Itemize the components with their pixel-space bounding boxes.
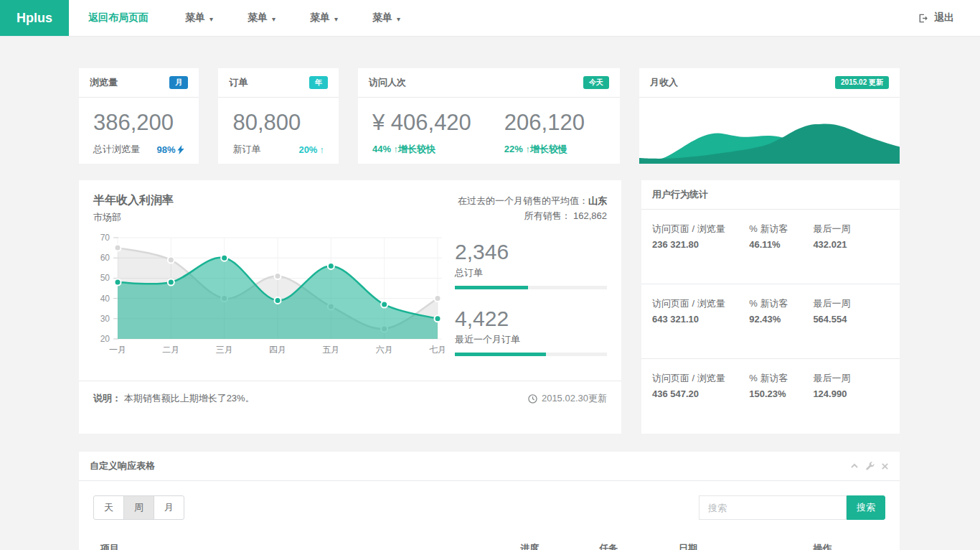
nav-links: 返回布局页面 菜单 ▾ 菜单 ▾ 菜单 ▾ 菜单 ▾ bbox=[69, 0, 418, 36]
search-button[interactable]: 搜索 bbox=[847, 495, 885, 520]
range-button-month[interactable]: 月 bbox=[154, 495, 184, 520]
collapse-icon[interactable] bbox=[850, 462, 859, 470]
last-week-value: 124.990 bbox=[813, 387, 889, 401]
last-week-label: 最后一周 bbox=[813, 222, 889, 236]
user-stats-row: 访问页面 / 浏览量436 547.20 % 新访客150.23% 最后一周12… bbox=[641, 359, 900, 434]
card-title: 浏览量 bbox=[90, 76, 118, 89]
total-orders-value: 2,346 bbox=[455, 240, 607, 264]
stat-percent: 98% bbox=[156, 144, 175, 155]
new-visitor-label: % 新访客 bbox=[749, 297, 813, 310]
menu-label: 菜单 bbox=[372, 11, 392, 24]
svg-text:20: 20 bbox=[100, 334, 110, 344]
column-header-date: 日期 bbox=[672, 536, 806, 550]
note-label: 说明： bbox=[93, 393, 121, 404]
new-visitor-label: % 新访客 bbox=[749, 222, 813, 236]
sales-line-chart: 203040506070一月二月三月四月五月六月七月 bbox=[93, 233, 446, 373]
search-input[interactable] bbox=[699, 495, 847, 520]
sign-out-icon bbox=[918, 13, 928, 24]
pv-label: 访问页面 / 浏览量 bbox=[652, 371, 742, 385]
range-button-day[interactable]: 天 bbox=[93, 495, 124, 520]
stat-value: ¥ 406,420 bbox=[372, 110, 471, 136]
column-header-task: 任务 bbox=[593, 536, 672, 550]
sales-subtitle: 市场部 bbox=[93, 211, 174, 224]
card-title: 访问人次 bbox=[369, 76, 406, 89]
new-visitor-value: 46.11% bbox=[749, 238, 813, 251]
page-content: 浏览量 月 386,200 总计浏览量 98% 订单 bbox=[0, 37, 980, 550]
last-week-label: 最后一周 bbox=[813, 371, 889, 385]
card-orders: 订单 年 80,800 新订单 20% ↑ bbox=[218, 68, 338, 164]
svg-text:七月: 七月 bbox=[429, 345, 446, 355]
column-header-project: 项目 bbox=[93, 536, 513, 550]
card-title: 订单 bbox=[229, 76, 248, 89]
all-sales-value: 162,862 bbox=[573, 210, 607, 221]
wrench-icon[interactable] bbox=[865, 462, 875, 471]
avg-sales-value: 山东 bbox=[588, 195, 607, 206]
svg-text:30: 30 bbox=[100, 314, 110, 324]
card-title: 用户行为统计 bbox=[652, 188, 708, 201]
income-area-chart bbox=[639, 98, 900, 164]
svg-text:70: 70 bbox=[100, 233, 110, 243]
pv-value: 236 321.80 bbox=[652, 238, 742, 251]
logout-button[interactable]: 退出 bbox=[918, 0, 980, 36]
total-orders-progress bbox=[455, 286, 607, 289]
svg-text:四月: 四月 bbox=[269, 345, 286, 355]
svg-text:六月: 六月 bbox=[376, 345, 393, 355]
stat-value: 80,800 bbox=[232, 110, 324, 136]
month-orders-progress bbox=[455, 353, 607, 356]
level-up-icon: ↑ bbox=[319, 144, 324, 155]
period-badge: 年 bbox=[309, 76, 328, 89]
updated-text: 2015.02.30更新 bbox=[542, 392, 607, 405]
new-visitor-value: 92.43% bbox=[749, 312, 813, 326]
brand-logo[interactable]: Hplus bbox=[0, 0, 69, 36]
growth-text: 增长较慢 bbox=[530, 144, 567, 154]
menu-dropdown-4[interactable]: 菜单 ▾ bbox=[355, 0, 418, 36]
top-navbar: Hplus 返回布局页面 菜单 ▾ 菜单 ▾ 菜单 ▾ 菜单 ▾ 退出 bbox=[0, 0, 980, 37]
menu-dropdown-1[interactable]: 菜单 ▾ bbox=[168, 0, 230, 36]
new-visitor-value: 150.23% bbox=[749, 387, 813, 401]
month-orders-value: 4,422 bbox=[455, 307, 607, 331]
column-header-action: 操作 bbox=[806, 536, 885, 550]
period-badge: 今天 bbox=[583, 76, 609, 89]
menu-dropdown-3[interactable]: 菜单 ▾ bbox=[293, 0, 355, 36]
column-header-progress: 进度 bbox=[513, 536, 592, 550]
updated-badge: 2015.02 更新 bbox=[835, 76, 889, 89]
stat-value: 386,200 bbox=[93, 110, 184, 136]
menu-label: 菜单 bbox=[310, 11, 330, 24]
stat-value: 206,120 bbox=[504, 110, 585, 136]
caret-down-icon: ▾ bbox=[334, 15, 338, 23]
bolt-icon bbox=[177, 145, 184, 154]
total-orders-label: 总订单 bbox=[455, 266, 607, 279]
stat-label: 新订单 bbox=[232, 143, 260, 156]
range-button-week[interactable]: 周 bbox=[123, 495, 154, 520]
pv-label: 访问页面 / 浏览量 bbox=[652, 222, 742, 236]
svg-text:五月: 五月 bbox=[322, 345, 339, 355]
new-visitor-label: % 新访客 bbox=[749, 371, 813, 385]
back-to-layout-link[interactable]: 返回布局页面 bbox=[69, 0, 168, 36]
svg-text:60: 60 bbox=[100, 253, 110, 263]
user-stats-row: 访问页面 / 浏览量236 321.80 % 新访客46.11% 最后一周432… bbox=[641, 210, 900, 284]
last-week-label: 最后一周 bbox=[813, 297, 889, 310]
svg-text:40: 40 bbox=[100, 294, 110, 304]
close-icon[interactable] bbox=[881, 462, 889, 470]
logout-label: 退出 bbox=[934, 11, 954, 24]
range-button-group: 天 周 月 bbox=[93, 495, 184, 520]
clock-icon bbox=[528, 394, 537, 404]
month-orders-label: 最近一个月订单 bbox=[455, 333, 607, 346]
card-title: 自定义响应表格 bbox=[90, 460, 155, 472]
menu-label: 菜单 bbox=[185, 11, 205, 24]
menu-label: 菜单 bbox=[248, 11, 268, 24]
stat-label: 总计浏览量 bbox=[93, 143, 140, 156]
pv-label: 访问页面 / 浏览量 bbox=[652, 297, 742, 310]
caret-down-icon: ▾ bbox=[272, 15, 275, 23]
svg-text:50: 50 bbox=[100, 273, 110, 283]
menu-dropdown-2[interactable]: 菜单 ▾ bbox=[230, 0, 293, 36]
sales-title: 半年收入利润率 bbox=[93, 193, 174, 208]
svg-text:二月: 二月 bbox=[162, 345, 179, 355]
avg-sales-label: 在过去的一个月销售的平均值： bbox=[458, 195, 588, 206]
card-responsive-table: 自定义响应表格 天 周 月 搜索 bbox=[79, 452, 900, 550]
data-table: 项目 进度 任务 日期 操作 bbox=[93, 536, 885, 550]
pv-value: 436 547.20 bbox=[652, 387, 742, 401]
last-week-value: 432.021 bbox=[813, 238, 889, 251]
caret-down-icon: ▾ bbox=[397, 15, 400, 23]
note-text: 本期销售额比上期增长了23%。 bbox=[124, 393, 255, 404]
